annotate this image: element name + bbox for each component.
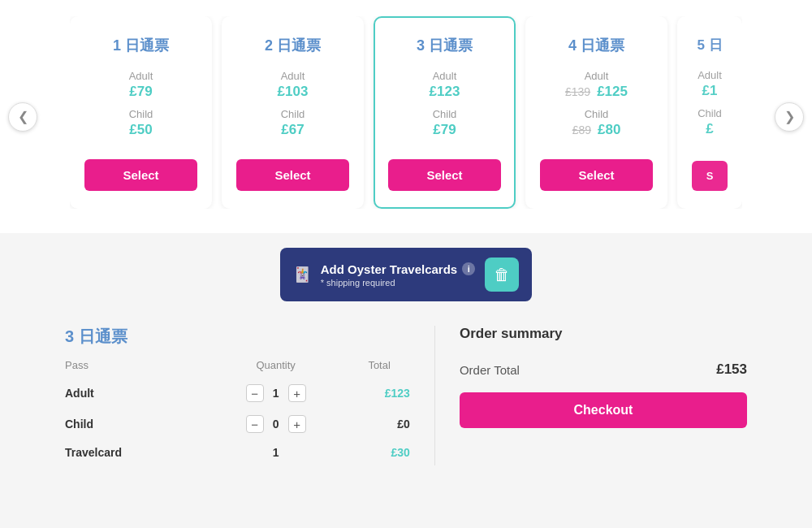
card-2-child-price-row: Child £67	[281, 108, 305, 138]
card-2-child-label: Child	[281, 108, 305, 120]
child-qty-decrease-button[interactable]: −	[246, 415, 264, 433]
card-5-adult-price: £1	[698, 83, 722, 99]
card-1-select-button[interactable]: Select	[84, 159, 197, 191]
next-arrow-button[interactable]: ❯	[775, 102, 804, 132]
bottom-section: 3 日通票 Pass Quantity Total Adult − 1	[0, 309, 812, 482]
card-1-select-wrapper: Select	[84, 146, 197, 191]
oyster-remove-button[interactable]: 🗑	[485, 258, 519, 292]
card-1-adult-label: Adult	[129, 70, 153, 82]
order-summary-title: Order summary	[460, 326, 747, 342]
col-quantity-header: Quantity	[203, 359, 348, 378]
travelcard-pass-label: Travelcard	[65, 439, 203, 465]
card-4-adult-label: Adult	[565, 70, 628, 82]
ticket-card-4: 4 日通票 Adult £139 £125 Child £89 £80 Sele…	[525, 16, 667, 209]
adult-pass-label: Adult	[65, 378, 203, 409]
order-details-title: 3 日通票	[65, 326, 410, 348]
adult-qty-control: − 1 +	[203, 384, 348, 402]
card-5-adult-price-row: Adult £1	[698, 69, 722, 99]
oyster-card-icon: 🃏	[293, 266, 311, 283]
ticket-card-2: 2 日通票 Adult £103 Child £67 Select	[222, 16, 364, 209]
card-4-select-button[interactable]: Select	[540, 159, 653, 191]
card-2-adult-label: Adult	[278, 70, 309, 82]
order-total-value: £153	[716, 361, 747, 378]
card-2-child-price: £67	[281, 122, 305, 138]
card-4-child-label: Child	[572, 108, 621, 120]
adult-quantity-cell: − 1 +	[203, 378, 348, 409]
col-pass-header: Pass	[65, 359, 203, 378]
card-3-select-wrapper: Select	[388, 146, 501, 191]
order-summary: Order summary Order Total £153 Checkout	[434, 326, 747, 465]
card-4-child-price: £80	[598, 122, 620, 138]
card-1-adult-price: £79	[129, 84, 153, 100]
ticket-card-5: 5 日 Adult £1 Child £ S	[677, 16, 742, 209]
card-3-adult-price: £123	[430, 84, 460, 100]
card-1-title: 1 日通票	[113, 36, 169, 55]
card-3-child-label: Child	[433, 108, 457, 120]
adult-qty-value: 1	[270, 387, 282, 400]
card-1-child-label: Child	[129, 108, 153, 120]
order-table: Pass Quantity Total Adult − 1 +	[65, 359, 410, 465]
card-2-select-wrapper: Select	[236, 146, 349, 191]
card-4-select-wrapper: Select	[540, 146, 653, 191]
order-total-label: Order Total	[460, 363, 520, 377]
card-5-select-button[interactable]: S	[692, 161, 728, 191]
cards-section: ❮ 1 日通票 Adult £79 Child £50 Select 2 日通票…	[0, 0, 812, 233]
oyster-text-block: Add Oyster Travelcards i * shipping requ…	[321, 262, 475, 288]
card-5-adult-label: Adult	[698, 69, 722, 81]
card-4-adult-price-original: £139	[565, 85, 590, 98]
card-5-child-label: Child	[698, 107, 722, 119]
card-5-child-price-row: Child £	[698, 107, 722, 137]
card-2-title: 2 日通票	[265, 36, 321, 55]
card-3-title: 3 日通票	[417, 36, 473, 55]
card-2-select-button[interactable]: Select	[236, 159, 349, 191]
card-5-child-price: £	[698, 121, 722, 137]
table-row-travelcard: Travelcard 1 £30	[65, 439, 410, 465]
oyster-subtitle: * shipping required	[321, 278, 475, 288]
card-5-select-wrapper: S	[692, 148, 728, 191]
order-total-row: Order Total £153	[460, 361, 747, 378]
card-4-child-price-row: Child £89 £80	[572, 108, 621, 138]
col-total-header: Total	[348, 359, 410, 378]
card-4-child-price-original: £89	[572, 123, 591, 136]
child-quantity-cell: − 0 +	[203, 409, 348, 439]
order-details: 3 日通票 Pass Quantity Total Adult − 1	[65, 326, 410, 465]
adult-total: £123	[348, 378, 410, 409]
child-qty-value: 0	[270, 418, 282, 431]
card-1-child-price-row: Child £50	[129, 108, 153, 138]
ticket-card-3: 3 日通票 Adult £123 Child £79 Select	[374, 16, 516, 209]
card-3-select-button[interactable]: Select	[388, 159, 501, 191]
oyster-title: Add Oyster Travelcards i	[321, 262, 475, 276]
card-3-adult-price-row: Adult £123	[430, 70, 460, 100]
card-4-title: 4 日通票	[568, 36, 624, 55]
checkout-button[interactable]: Checkout	[460, 392, 747, 428]
table-row-child: Child − 0 + £0	[65, 409, 410, 439]
travelcard-quantity-cell: 1	[203, 439, 348, 465]
card-3-child-price-row: Child £79	[433, 108, 457, 138]
card-4-adult-price-row: Adult £139 £125	[565, 70, 628, 100]
card-3-child-price: £79	[433, 122, 457, 138]
trash-icon: 🗑	[494, 266, 510, 284]
card-1-child-price: £50	[129, 122, 153, 138]
card-1-adult-price-row: Adult £79	[129, 70, 153, 100]
card-5-title: 5 日	[697, 36, 722, 54]
card-4-adult-price: £125	[597, 84, 628, 100]
oyster-banner: 🃏 Add Oyster Travelcards i * shipping re…	[280, 248, 532, 301]
oyster-info-icon[interactable]: i	[462, 262, 475, 275]
child-qty-increase-button[interactable]: +	[288, 415, 306, 433]
travelcard-total: £30	[348, 439, 410, 465]
card-3-adult-label: Adult	[430, 70, 460, 82]
child-total: £0	[348, 409, 410, 439]
cards-wrapper: 1 日通票 Adult £79 Child £50 Select 2 日通票 A…	[70, 16, 742, 209]
ticket-card-1: 1 日通票 Adult £79 Child £50 Select	[70, 16, 212, 209]
prev-arrow-button[interactable]: ❮	[8, 102, 37, 132]
table-row-adult: Adult − 1 + £123	[65, 378, 410, 409]
child-qty-control: − 0 +	[203, 415, 348, 433]
adult-qty-increase-button[interactable]: +	[288, 384, 306, 402]
adult-qty-decrease-button[interactable]: −	[246, 384, 264, 402]
card-2-adult-price: £103	[278, 84, 309, 100]
travelcard-qty-value: 1	[203, 446, 348, 459]
card-2-adult-price-row: Adult £103	[278, 70, 309, 100]
oyster-banner-section: 🃏 Add Oyster Travelcards i * shipping re…	[0, 233, 812, 309]
child-pass-label: Child	[65, 409, 203, 439]
